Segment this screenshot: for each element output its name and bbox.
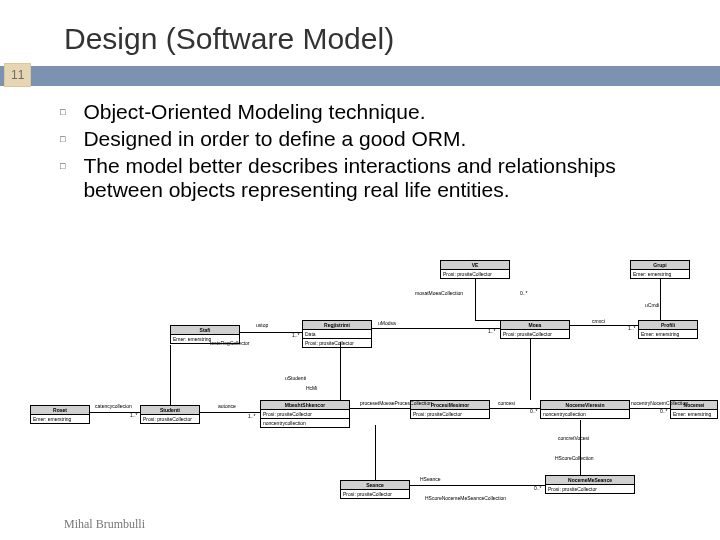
- bullet-icon: □: [60, 107, 65, 117]
- assoc-label: testsRegCollector: [210, 340, 249, 346]
- assoc-label: HcMi: [306, 385, 317, 391]
- bullet-text: Designed in order to define a good ORM.: [83, 127, 466, 152]
- class-attr: Prosi: prositeCollector: [341, 490, 409, 498]
- connector: [170, 345, 171, 405]
- class-attr: Emer: emerstring: [631, 270, 689, 278]
- connector: [475, 278, 476, 320]
- assoc-label: uCmdi: [645, 302, 659, 308]
- page-number: 11: [4, 63, 31, 87]
- class-box: MbeshtShkencor Prosi: prositeCollector n…: [260, 400, 350, 428]
- class-attr: Prosi: prositeCollector: [141, 415, 199, 423]
- class-box: Seance Prosi: prositeCollector: [340, 480, 410, 499]
- list-item: □ Designed in order to define a good ORM…: [60, 127, 690, 152]
- connector: [375, 425, 376, 480]
- class-attr: Prosi: prositeCollector: [303, 339, 371, 347]
- assoc-label: concretVocesi: [558, 435, 589, 441]
- class-box: Roset Emer: emerstring: [30, 405, 90, 424]
- accent-bar: 11: [0, 66, 720, 86]
- connector: [660, 278, 661, 320]
- assoc-label: concesi: [498, 400, 515, 406]
- class-attr: Emer: emerstring: [639, 330, 697, 338]
- assoc-label: HScoreCollection: [555, 455, 594, 461]
- class-attr: noncentrycollection: [261, 419, 349, 427]
- assoc-label: nocentryNocemCollection: [631, 400, 688, 406]
- class-name: Moea: [501, 321, 569, 330]
- assoc-label: ustop: [256, 322, 268, 328]
- assoc-label: HScoreNocemeMeSeanceCollection: [425, 495, 506, 501]
- connector: [340, 342, 341, 400]
- multiplicity: 1..*: [130, 412, 138, 418]
- class-name: VE: [441, 261, 509, 270]
- multiplicity: 0..*: [520, 290, 528, 296]
- connector: [372, 328, 500, 329]
- class-name: NocemeMeSeance: [546, 476, 634, 485]
- class-name: Grupi: [631, 261, 689, 270]
- class-name: NocemeVleresin: [541, 401, 629, 410]
- class-box: VE Prosi: prositeCollector: [440, 260, 510, 279]
- class-attr: noncentrycollection: [541, 410, 629, 418]
- bullet-text: Object-Oriented Modeling technique.: [83, 100, 425, 125]
- connector: [530, 338, 531, 400]
- class-name: MbeshtShkencor: [261, 401, 349, 410]
- class-box: NocemeMeSeance Prosi: prositeCollector: [545, 475, 635, 494]
- slide-title: Design (Software Model): [0, 0, 720, 66]
- class-attr: Prosi: prositeCollector: [501, 330, 569, 338]
- class-attr: Prosi: prositeCollector: [441, 270, 509, 278]
- class-name: Stafi: [171, 326, 239, 335]
- assoc-label: uStudenti: [285, 375, 306, 381]
- multiplicity: 1..*: [488, 328, 496, 334]
- class-attr: Prosi: prositeCollector: [261, 410, 349, 419]
- list-item: □ The model better describes interaction…: [60, 154, 690, 204]
- class-name: Regjistrimi: [303, 321, 371, 330]
- multiplicity: 0..*: [530, 408, 538, 414]
- class-name: Studenti: [141, 406, 199, 415]
- class-attr: Emer: emerstring: [671, 410, 717, 418]
- connector: [580, 420, 581, 475]
- assoc-label: uModsa: [378, 320, 396, 326]
- connector: [475, 320, 500, 321]
- class-box: Moea Prosi: prositeCollector: [500, 320, 570, 339]
- class-box: Studenti Prosi: prositeCollector: [140, 405, 200, 424]
- class-name: Roset: [31, 406, 89, 415]
- multiplicity: 1..*: [292, 332, 300, 338]
- class-box: Grupi Emer: emerstring: [630, 260, 690, 279]
- multiplicity: 1..*: [628, 325, 636, 331]
- class-box: NocemeVleresin noncentrycollection: [540, 400, 630, 419]
- class-attr: Data: [303, 330, 371, 339]
- assoc-label: autonce: [218, 403, 236, 409]
- assoc-label: HSeance: [420, 476, 441, 482]
- class-attr: Emer: emerstring: [31, 415, 89, 423]
- connector: [410, 485, 545, 486]
- assoc-label: procesetMoeaeProcesCollection: [360, 400, 432, 406]
- multiplicity: 0..*: [534, 485, 542, 491]
- list-item: □ Object-Oriented Modeling technique.: [60, 100, 690, 125]
- bullet-list: □ Object-Oriented Modeling technique. □ …: [0, 86, 720, 203]
- multiplicity: 1..*: [248, 413, 256, 419]
- author-footer: Mihal Brumbulli: [64, 517, 145, 532]
- connector: [350, 408, 410, 409]
- class-box: Profili Emer: emerstring: [638, 320, 698, 339]
- class-attr: Prosi: prositeCollector: [546, 485, 634, 493]
- bullet-text: The model better describes interactions …: [83, 154, 690, 204]
- assoc-label: catencycollecion: [95, 403, 132, 409]
- class-attr: Prosi: prositeCollector: [411, 410, 489, 418]
- assoc-label: cmxci: [592, 318, 605, 324]
- bullet-icon: □: [60, 161, 65, 171]
- uml-diagram: VE Prosi: prositeCollector Grupi Emer: e…: [0, 260, 720, 520]
- multiplicity: 0..*: [660, 408, 668, 414]
- assoc-label: mosatMoeaCollection: [415, 290, 463, 296]
- class-box: Regjistrimi Data Prosi: prositeCollector: [302, 320, 372, 348]
- class-name: Seance: [341, 481, 409, 490]
- bullet-icon: □: [60, 134, 65, 144]
- class-name: Profili: [639, 321, 697, 330]
